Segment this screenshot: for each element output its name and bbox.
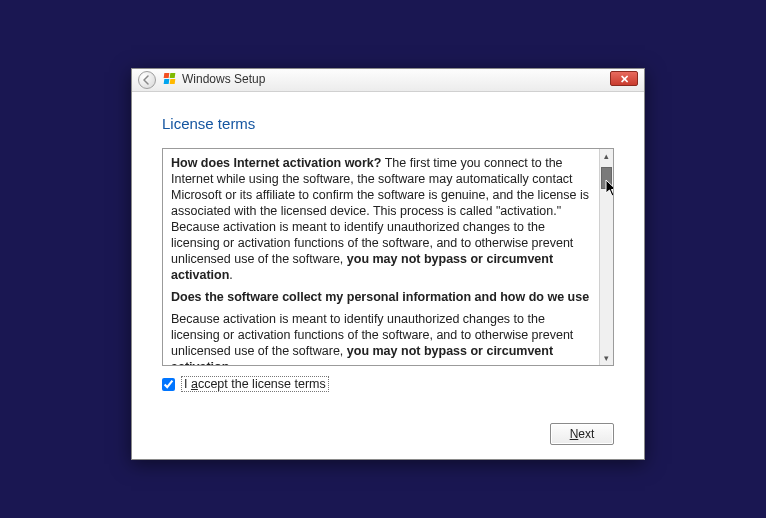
eula-body: The first time you connect to the Intern… — [171, 156, 589, 266]
dialog-body: License terms How does Internet activati… — [132, 91, 644, 459]
eula-scrollbar[interactable]: ▴ ▾ — [599, 149, 613, 365]
accept-label-post: ccept the license terms — [198, 377, 326, 391]
eula-paragraph: Because activation is meant to identify … — [171, 311, 591, 365]
windows-logo-icon — [164, 73, 178, 87]
license-text-viewport[interactable]: How does Internet activation work? The f… — [163, 149, 599, 365]
next-button[interactable]: Next — [550, 423, 614, 445]
close-icon: ✕ — [620, 73, 629, 85]
eula-punct: . — [229, 268, 232, 282]
arrow-left-icon — [142, 75, 152, 85]
titlebar: Windows Setup ✕ — [132, 69, 644, 92]
accept-row: I accept the license terms — [162, 376, 614, 392]
close-button[interactable]: ✕ — [610, 71, 638, 86]
back-button[interactable] — [138, 71, 156, 89]
accept-label-pre: I — [184, 377, 191, 391]
eula-lead: Does the software collect my personal in… — [171, 290, 589, 304]
eula-paragraph: Does the software collect my personal in… — [171, 289, 591, 305]
accept-checkbox[interactable] — [162, 378, 175, 391]
window-title: Windows Setup — [182, 72, 265, 86]
next-label-post: ext — [578, 427, 594, 441]
eula-paragraph: How does Internet activation work? The f… — [171, 155, 591, 283]
scroll-thumb[interactable] — [601, 167, 612, 189]
dialog-footer: Next — [550, 423, 614, 445]
scroll-up-button[interactable]: ▴ — [600, 149, 613, 163]
setup-dialog: Windows Setup ✕ License terms How does I… — [131, 68, 645, 460]
eula-punct: . — [229, 360, 232, 365]
accept-label-hotkey: a — [191, 377, 198, 391]
scroll-down-button[interactable]: ▾ — [600, 351, 613, 365]
accept-label[interactable]: I accept the license terms — [181, 376, 329, 392]
page-heading: License terms — [162, 115, 614, 132]
license-text-box: How does Internet activation work? The f… — [162, 148, 614, 366]
eula-lead: How does Internet activation work? — [171, 156, 381, 170]
